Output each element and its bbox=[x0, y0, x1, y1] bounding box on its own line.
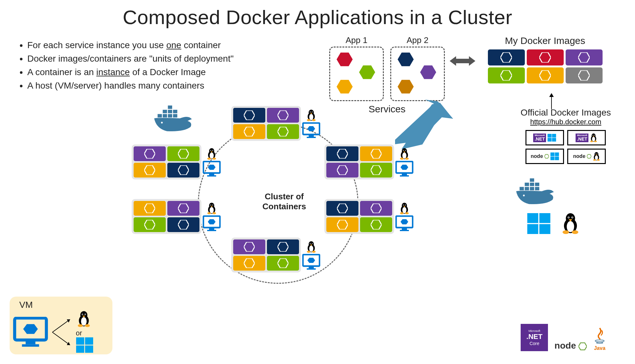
container-cell bbox=[267, 239, 299, 254]
svg-point-43 bbox=[595, 340, 604, 342]
hexagon-icon bbox=[359, 65, 375, 79]
bullet-item: Docker images/containers are "units of d… bbox=[27, 52, 234, 65]
container-cell bbox=[360, 163, 392, 178]
svg-marker-42 bbox=[578, 343, 587, 350]
container-cell bbox=[267, 256, 299, 271]
official-image-cell: Microsoft.NET bbox=[525, 130, 564, 145]
cluster-node bbox=[132, 144, 221, 179]
bullet-item: A container is an instance of a Docker I… bbox=[27, 65, 234, 79]
vm-or-label: or bbox=[76, 329, 93, 337]
app2-group: App 2 bbox=[390, 35, 445, 101]
monitor-icon bbox=[203, 161, 221, 177]
svg-marker-33 bbox=[549, 93, 554, 97]
official-title: Official Docker Images bbox=[521, 108, 611, 118]
linux-icon bbox=[306, 109, 316, 122]
app1-label: App 1 bbox=[329, 35, 384, 45]
official-images-panel: Official Docker Images https://hub.docke… bbox=[521, 108, 611, 164]
container-cell bbox=[233, 108, 265, 123]
hexagon-icon bbox=[398, 80, 414, 93]
vm-label: VM bbox=[19, 300, 109, 310]
vm-legend-box: VM or bbox=[10, 297, 112, 354]
bi-arrow-icon bbox=[450, 56, 475, 67]
monitor-icon bbox=[13, 317, 48, 347]
svg-line-38 bbox=[52, 319, 70, 332]
hexagon-icon bbox=[337, 80, 353, 93]
svg-marker-35 bbox=[587, 154, 591, 158]
monitor-icon bbox=[395, 161, 413, 177]
docker-image-cell bbox=[566, 49, 603, 65]
container-cell bbox=[134, 201, 166, 216]
docker-image-cell bbox=[527, 49, 564, 65]
cluster-node bbox=[132, 199, 221, 234]
linux-icon bbox=[207, 202, 217, 215]
container-cell bbox=[233, 256, 265, 271]
monitor-icon bbox=[302, 254, 320, 270]
svg-marker-31 bbox=[450, 56, 475, 66]
linux-icon bbox=[76, 310, 92, 328]
cluster-node bbox=[231, 238, 320, 273]
container-cell bbox=[360, 217, 392, 232]
linux-icon bbox=[399, 202, 410, 215]
docker-hub-link[interactable]: https://hub.docker.com bbox=[530, 118, 601, 126]
container-cell bbox=[167, 201, 199, 216]
cluster-center-label: Cluster of Containers bbox=[262, 192, 306, 212]
container-cell bbox=[167, 217, 199, 232]
hexagon-icon bbox=[337, 53, 353, 66]
windows-icon bbox=[76, 337, 93, 353]
container-cell bbox=[326, 201, 358, 216]
container-cell bbox=[326, 217, 358, 232]
os-icons-row bbox=[527, 212, 580, 235]
container-cell bbox=[326, 146, 358, 161]
docker-image-cell bbox=[566, 67, 603, 83]
my-docker-images-panel: My Docker Images bbox=[473, 35, 617, 83]
bullet-item: A host (VM/server) handles many containe… bbox=[27, 79, 234, 92]
hexagon-icon bbox=[420, 65, 436, 79]
node-container-grid bbox=[324, 199, 394, 234]
container-cell bbox=[326, 163, 358, 178]
official-image-cell: Microsoft.NET bbox=[567, 130, 606, 145]
container-cell bbox=[360, 146, 392, 161]
container-cell bbox=[233, 239, 265, 254]
cluster-diagram: Cluster of Containers bbox=[132, 106, 437, 305]
app2-label: App 2 bbox=[390, 35, 445, 45]
cluster-node bbox=[324, 199, 413, 234]
docker-image-cell bbox=[488, 67, 525, 83]
hexagon-icon bbox=[398, 53, 414, 66]
node-container-grid bbox=[132, 144, 201, 179]
docker-image-cell bbox=[488, 49, 525, 65]
container-cell bbox=[267, 124, 299, 139]
official-image-cell: node bbox=[525, 149, 564, 164]
container-cell bbox=[134, 163, 166, 178]
node-container-grid bbox=[132, 199, 201, 234]
nodejs-logo: node bbox=[554, 341, 587, 351]
app1-group: App 1 bbox=[329, 35, 384, 101]
tech-logos-row: Microsoft .NET Core node Java bbox=[521, 324, 606, 351]
bullet-item: For each service instance you use one co… bbox=[27, 39, 234, 52]
official-image-cell: node bbox=[567, 149, 606, 164]
app2-box bbox=[390, 47, 445, 101]
linux-icon bbox=[306, 240, 316, 253]
cluster-node bbox=[324, 144, 413, 179]
container-cell bbox=[360, 201, 392, 216]
slide-title: Composed Docker Applications in a Cluste… bbox=[0, 0, 635, 29]
node-container-grid bbox=[324, 144, 394, 179]
container-cell bbox=[167, 163, 199, 178]
java-logo: Java bbox=[593, 326, 606, 351]
monitor-icon bbox=[395, 215, 413, 231]
windows-icon bbox=[527, 213, 551, 234]
dotnet-core-logo: Microsoft .NET Core bbox=[521, 324, 548, 351]
monitor-icon bbox=[302, 122, 320, 138]
linux-icon bbox=[399, 147, 410, 160]
docker-whale-icon bbox=[513, 175, 558, 208]
my-images-title: My Docker Images bbox=[473, 35, 617, 46]
linux-icon bbox=[560, 212, 580, 235]
container-cell bbox=[134, 217, 166, 232]
container-cell bbox=[167, 146, 199, 161]
linux-icon bbox=[207, 147, 217, 160]
node-container-grid bbox=[231, 238, 301, 273]
node-container-grid bbox=[231, 106, 301, 141]
app1-box bbox=[329, 47, 384, 101]
container-cell bbox=[267, 108, 299, 123]
container-cell bbox=[134, 146, 166, 161]
monitor-icon bbox=[203, 215, 221, 231]
